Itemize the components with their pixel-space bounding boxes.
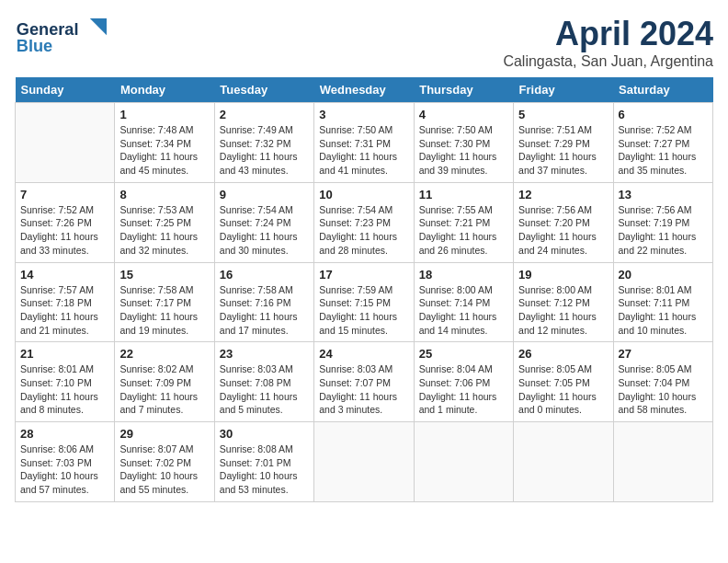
day-number: 21 xyxy=(20,347,109,361)
day-number: 30 xyxy=(220,427,309,441)
day-number: 22 xyxy=(119,347,209,361)
calendar-cell: 9Sunrise: 7:54 AM Sunset: 7:24 PM Daylig… xyxy=(214,182,313,262)
day-number: 9 xyxy=(220,188,309,201)
svg-marker-1 xyxy=(90,18,107,35)
day-number: 28 xyxy=(20,427,109,441)
calendar-cell xyxy=(514,422,613,502)
svg-text:Blue: Blue xyxy=(17,37,52,55)
day-info: Sunrise: 8:01 AM Sunset: 7:11 PM Dayligh… xyxy=(619,283,708,338)
day-info: Sunrise: 7:49 AM Sunset: 7:32 PM Dayligh… xyxy=(220,123,309,178)
calendar-week-3: 14Sunrise: 7:57 AM Sunset: 7:18 PM Dayli… xyxy=(16,262,713,342)
day-number: 16 xyxy=(220,268,309,282)
day-info: Sunrise: 7:56 AM Sunset: 7:19 PM Dayligh… xyxy=(619,203,708,258)
calendar-cell: 24Sunrise: 8:03 AM Sunset: 7:07 PM Dayli… xyxy=(314,342,414,422)
logo: General Blue xyxy=(15,15,107,59)
calendar-cell: 18Sunrise: 8:00 AM Sunset: 7:14 PM Dayli… xyxy=(414,262,513,342)
day-info: Sunrise: 8:05 AM Sunset: 7:04 PM Dayligh… xyxy=(619,362,708,417)
day-info: Sunrise: 8:02 AM Sunset: 7:09 PM Dayligh… xyxy=(119,362,209,417)
day-number: 19 xyxy=(518,268,608,282)
logo-image: General Blue xyxy=(15,15,107,59)
title-block: April 2024 Calingasta, San Juan, Argenti… xyxy=(503,15,713,70)
calendar-cell: 6Sunrise: 7:52 AM Sunset: 7:27 PM Daylig… xyxy=(613,103,712,183)
day-number: 7 xyxy=(20,188,109,201)
calendar-cell: 3Sunrise: 7:50 AM Sunset: 7:31 PM Daylig… xyxy=(314,103,414,183)
day-info: Sunrise: 7:58 AM Sunset: 7:17 PM Dayligh… xyxy=(119,283,209,338)
page-header: General Blue April 2024 Calingasta, San … xyxy=(15,15,713,70)
day-number: 25 xyxy=(419,347,508,361)
day-number: 6 xyxy=(619,108,708,121)
calendar-cell: 7Sunrise: 7:52 AM Sunset: 7:26 PM Daylig… xyxy=(16,182,115,262)
calendar-cell: 22Sunrise: 8:02 AM Sunset: 7:09 PM Dayli… xyxy=(115,342,214,422)
day-number: 15 xyxy=(119,268,209,282)
calendar-table: SundayMondayTuesdayWednesdayThursdayFrid… xyxy=(15,77,713,502)
day-header-monday: Monday xyxy=(115,77,214,103)
calendar-cell: 23Sunrise: 8:03 AM Sunset: 7:08 PM Dayli… xyxy=(214,342,313,422)
calendar-cell xyxy=(414,422,513,502)
calendar-cell: 27Sunrise: 8:05 AM Sunset: 7:04 PM Dayli… xyxy=(613,342,712,422)
day-header-thursday: Thursday xyxy=(414,77,513,103)
day-number: 13 xyxy=(619,188,708,201)
day-number: 20 xyxy=(619,268,708,282)
day-number: 29 xyxy=(119,427,209,441)
svg-text:General: General xyxy=(17,20,79,39)
calendar-cell: 1Sunrise: 7:48 AM Sunset: 7:34 PM Daylig… xyxy=(115,103,214,183)
day-header-wednesday: Wednesday xyxy=(314,77,414,103)
day-info: Sunrise: 7:50 AM Sunset: 7:30 PM Dayligh… xyxy=(419,123,508,178)
day-info: Sunrise: 7:58 AM Sunset: 7:16 PM Dayligh… xyxy=(220,283,309,338)
calendar-cell: 30Sunrise: 8:08 AM Sunset: 7:01 PM Dayli… xyxy=(214,422,313,502)
day-header-sunday: Sunday xyxy=(16,77,115,103)
calendar-cell: 10Sunrise: 7:54 AM Sunset: 7:23 PM Dayli… xyxy=(314,182,414,262)
day-number: 18 xyxy=(419,268,508,282)
day-info: Sunrise: 8:05 AM Sunset: 7:05 PM Dayligh… xyxy=(518,362,608,417)
day-number: 23 xyxy=(220,347,309,361)
calendar-cell: 14Sunrise: 7:57 AM Sunset: 7:18 PM Dayli… xyxy=(16,262,115,342)
day-info: Sunrise: 7:52 AM Sunset: 7:27 PM Dayligh… xyxy=(619,123,708,178)
calendar-cell: 20Sunrise: 8:01 AM Sunset: 7:11 PM Dayli… xyxy=(613,262,712,342)
calendar-cell: 21Sunrise: 8:01 AM Sunset: 7:10 PM Dayli… xyxy=(16,342,115,422)
day-info: Sunrise: 8:08 AM Sunset: 7:01 PM Dayligh… xyxy=(220,442,309,497)
day-info: Sunrise: 7:57 AM Sunset: 7:18 PM Dayligh… xyxy=(20,283,109,338)
calendar-header: SundayMondayTuesdayWednesdayThursdayFrid… xyxy=(16,77,713,103)
day-info: Sunrise: 7:54 AM Sunset: 7:23 PM Dayligh… xyxy=(319,203,408,258)
day-number: 26 xyxy=(518,347,608,361)
day-header-tuesday: Tuesday xyxy=(214,77,313,103)
day-number: 1 xyxy=(119,108,209,121)
calendar-week-5: 28Sunrise: 8:06 AM Sunset: 7:03 PM Dayli… xyxy=(16,422,713,502)
day-number: 2 xyxy=(220,108,309,121)
calendar-week-2: 7Sunrise: 7:52 AM Sunset: 7:26 PM Daylig… xyxy=(16,182,713,262)
calendar-cell xyxy=(613,422,712,502)
calendar-cell: 8Sunrise: 7:53 AM Sunset: 7:25 PM Daylig… xyxy=(115,182,214,262)
day-number: 24 xyxy=(319,347,408,361)
calendar-week-1: 1Sunrise: 7:48 AM Sunset: 7:34 PM Daylig… xyxy=(16,103,713,183)
day-header-friday: Friday xyxy=(514,77,613,103)
calendar-cell: 12Sunrise: 7:56 AM Sunset: 7:20 PM Dayli… xyxy=(514,182,613,262)
calendar-body: 1Sunrise: 7:48 AM Sunset: 7:34 PM Daylig… xyxy=(16,103,713,502)
calendar-cell: 15Sunrise: 7:58 AM Sunset: 7:17 PM Dayli… xyxy=(115,262,214,342)
calendar-cell: 16Sunrise: 7:58 AM Sunset: 7:16 PM Dayli… xyxy=(214,262,313,342)
day-info: Sunrise: 7:52 AM Sunset: 7:26 PM Dayligh… xyxy=(20,203,109,258)
day-info: Sunrise: 8:06 AM Sunset: 7:03 PM Dayligh… xyxy=(20,442,109,497)
calendar-subtitle: Calingasta, San Juan, Argentina xyxy=(503,53,713,70)
day-info: Sunrise: 7:54 AM Sunset: 7:24 PM Dayligh… xyxy=(220,203,309,258)
day-info: Sunrise: 8:00 AM Sunset: 7:12 PM Dayligh… xyxy=(518,283,608,338)
day-info: Sunrise: 7:59 AM Sunset: 7:15 PM Dayligh… xyxy=(319,283,408,338)
calendar-cell: 29Sunrise: 8:07 AM Sunset: 7:02 PM Dayli… xyxy=(115,422,214,502)
calendar-cell: 19Sunrise: 8:00 AM Sunset: 7:12 PM Dayli… xyxy=(514,262,613,342)
day-info: Sunrise: 8:01 AM Sunset: 7:10 PM Dayligh… xyxy=(20,362,109,417)
day-info: Sunrise: 8:07 AM Sunset: 7:02 PM Dayligh… xyxy=(119,442,209,497)
day-header-saturday: Saturday xyxy=(613,77,712,103)
calendar-cell: 26Sunrise: 8:05 AM Sunset: 7:05 PM Dayli… xyxy=(514,342,613,422)
day-info: Sunrise: 8:03 AM Sunset: 7:07 PM Dayligh… xyxy=(319,362,408,417)
calendar-cell: 4Sunrise: 7:50 AM Sunset: 7:30 PM Daylig… xyxy=(414,103,513,183)
day-info: Sunrise: 7:53 AM Sunset: 7:25 PM Dayligh… xyxy=(119,203,209,258)
calendar-cell: 11Sunrise: 7:55 AM Sunset: 7:21 PM Dayli… xyxy=(414,182,513,262)
day-info: Sunrise: 7:51 AM Sunset: 7:29 PM Dayligh… xyxy=(518,123,608,178)
calendar-week-4: 21Sunrise: 8:01 AM Sunset: 7:10 PM Dayli… xyxy=(16,342,713,422)
calendar-cell: 25Sunrise: 8:04 AM Sunset: 7:06 PM Dayli… xyxy=(414,342,513,422)
day-info: Sunrise: 8:03 AM Sunset: 7:08 PM Dayligh… xyxy=(220,362,309,417)
calendar-title: April 2024 xyxy=(503,15,713,53)
day-info: Sunrise: 8:04 AM Sunset: 7:06 PM Dayligh… xyxy=(419,362,508,417)
day-number: 17 xyxy=(319,268,408,282)
day-info: Sunrise: 7:50 AM Sunset: 7:31 PM Dayligh… xyxy=(319,123,408,178)
day-info: Sunrise: 8:00 AM Sunset: 7:14 PM Dayligh… xyxy=(419,283,508,338)
